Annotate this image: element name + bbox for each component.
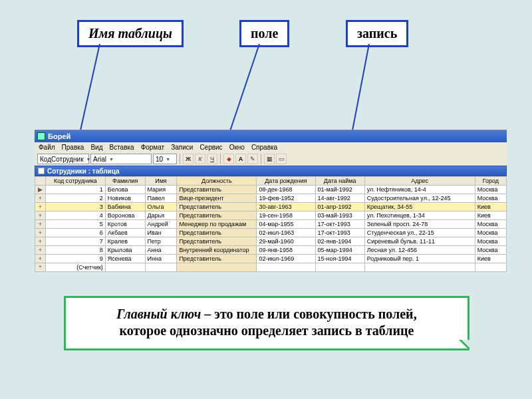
cell-dob[interactable]: 09-янв-1958: [257, 246, 315, 255]
cell-address[interactable]: Студенческая ул., 22-15: [364, 229, 475, 237]
cell-hire[interactable]: 17-окт-1993: [315, 220, 364, 229]
cell-lastname[interactable]: Воронова: [105, 211, 145, 220]
font-combo[interactable]: Arial▼: [90, 154, 152, 164]
cell-address[interactable]: Родниковый пер. 1: [364, 255, 475, 263]
cell-dob[interactable]: 30-авг-1963: [257, 203, 315, 211]
menu-view[interactable]: Вид: [90, 144, 102, 151]
table-row[interactable]: +8КрыловаАннаВнутренний координатор09-ян…: [35, 246, 507, 255]
new-row[interactable]: *(Счетчик): [35, 263, 507, 272]
cell-id[interactable]: (Счетчик): [46, 263, 106, 272]
menu-edit[interactable]: Правка: [62, 144, 84, 151]
field-combo[interactable]: КодСотрудник▼: [37, 154, 89, 164]
cell-firstname[interactable]: Ольга: [145, 203, 177, 211]
cell-city[interactable]: Москва: [475, 194, 506, 203]
row-selector[interactable]: +: [35, 255, 46, 263]
italic-button[interactable]: К: [195, 154, 205, 164]
cell-lastname[interactable]: Акбаев: [105, 229, 145, 237]
cell-city[interactable]: Москва: [475, 237, 506, 246]
cell-lastname[interactable]: Белова: [105, 186, 145, 194]
cell-lastname[interactable]: Бабкина: [105, 203, 145, 211]
cell-city[interactable]: Киев: [475, 211, 506, 220]
col-address[interactable]: Адрес: [364, 177, 475, 186]
cell-id[interactable]: 7: [46, 237, 106, 246]
cell-hire[interactable]: 14-авг-1992: [315, 194, 364, 203]
menubar[interactable]: Файл Правка Вид Вставка Формат Записи Се…: [35, 142, 507, 152]
size-combo[interactable]: 10▼: [153, 154, 177, 164]
cell-id[interactable]: 5: [46, 220, 106, 229]
cell-id[interactable]: 2: [46, 194, 106, 203]
row-selector[interactable]: +: [35, 246, 46, 255]
cell-firstname[interactable]: Анна: [145, 246, 177, 255]
select-all-cell[interactable]: [35, 177, 46, 186]
cell-id[interactable]: 3: [46, 203, 106, 211]
cell-firstname[interactable]: Андрей: [145, 220, 177, 229]
cell-id[interactable]: 8: [46, 246, 106, 255]
col-dob[interactable]: Дата рождения: [257, 177, 315, 186]
cell-id[interactable]: 1: [46, 186, 106, 194]
cell-lastname[interactable]: Кралев: [105, 237, 145, 246]
cell-city[interactable]: Москва: [475, 229, 506, 237]
menu-help[interactable]: Справка: [251, 144, 277, 151]
fill-color-button[interactable]: ◆: [223, 154, 234, 164]
menu-insert[interactable]: Вставка: [109, 144, 134, 151]
font-color-button[interactable]: A: [235, 154, 246, 164]
cell-hire[interactable]: 15-ноя-1994: [315, 255, 364, 263]
menu-records[interactable]: Записи: [171, 144, 193, 151]
menu-service[interactable]: Сервис: [200, 144, 222, 151]
cell-firstname[interactable]: Инна: [145, 255, 177, 263]
col-hire[interactable]: Дата найма: [315, 177, 364, 186]
col-lastname[interactable]: Фамилия: [105, 177, 145, 186]
cell-dob[interactable]: 29-май-1960: [257, 237, 315, 246]
datasheet-grid[interactable]: Код сотрудника Фамилия Имя Должность Дат…: [35, 176, 507, 272]
table-row[interactable]: ▶1БеловаМарияПредставитель08-дек-196801-…: [35, 186, 507, 194]
cell-hire[interactable]: 05-мар-1994: [315, 246, 364, 255]
cell-hire[interactable]: 03-май-1993: [315, 211, 364, 220]
cell-hire[interactable]: 01-май-1992: [315, 186, 364, 194]
cell-lastname[interactable]: Новиков: [105, 194, 145, 203]
cell-city[interactable]: Киев: [475, 203, 506, 211]
col-id[interactable]: Код сотрудника: [46, 177, 106, 186]
menu-file[interactable]: Файл: [39, 144, 55, 151]
table-row[interactable]: +7КралевПетрПредставитель29-май-196002-я…: [35, 237, 507, 246]
cell-id[interactable]: 9: [46, 255, 106, 263]
cell-dob[interactable]: 19-фев-1952: [257, 194, 315, 203]
cell-city[interactable]: Москва: [475, 246, 506, 255]
cell-hire[interactable]: 17-окт-1993: [315, 229, 364, 237]
cell-lastname[interactable]: Кротов: [105, 220, 145, 229]
cell-position[interactable]: Внутренний координатор: [177, 246, 257, 255]
row-selector[interactable]: +: [35, 203, 46, 211]
cell-id[interactable]: 6: [46, 229, 106, 237]
cell-id[interactable]: 4: [46, 211, 106, 220]
col-city[interactable]: Город: [475, 177, 506, 186]
cell-address[interactable]: Зеленый просп. 24-78: [364, 220, 475, 229]
row-selector[interactable]: +: [35, 220, 46, 229]
cell-position[interactable]: Представитель: [177, 211, 257, 220]
cell-position[interactable]: Представитель: [177, 255, 257, 263]
cell-position[interactable]: Представитель: [177, 203, 257, 211]
cell-firstname[interactable]: Иван: [145, 229, 177, 237]
cell-hire[interactable]: 02-янв-1994: [315, 237, 364, 246]
table-row[interactable]: +6АкбаевИванПредставитель02-июл-196317-о…: [35, 229, 507, 237]
row-selector[interactable]: *: [35, 263, 46, 272]
cell-address[interactable]: Крещатик, 34-55: [364, 203, 475, 211]
cell-position[interactable]: Представитель: [177, 229, 257, 237]
line-color-button[interactable]: ✎: [247, 154, 258, 164]
menu-window[interactable]: Окно: [229, 144, 245, 151]
row-selector[interactable]: +: [35, 237, 46, 246]
cell-city[interactable]: Москва: [475, 186, 506, 194]
col-position[interactable]: Должность: [177, 177, 257, 186]
row-selector[interactable]: +: [35, 211, 46, 220]
cell-address[interactable]: Лесная ул. 12-456: [364, 246, 475, 255]
cell-address[interactable]: Сиреневый бульв. 11-11: [364, 237, 475, 246]
cell-address[interactable]: Судостроительная ул., 12-245: [364, 194, 475, 203]
table-row[interactable]: +2НовиковПавелВице-президент19-фев-19521…: [35, 194, 507, 203]
col-firstname[interactable]: Имя: [145, 177, 177, 186]
cell-position[interactable]: Менеджер по продажам: [177, 220, 257, 229]
table-row[interactable]: +9ЯсеневаИннаПредставитель02-июл-196915-…: [35, 255, 507, 263]
table-row[interactable]: +4ВороноваДарьяПредставитель19-сен-19580…: [35, 211, 507, 220]
cell-position[interactable]: Представитель: [177, 186, 257, 194]
underline-button[interactable]: Ч: [207, 154, 217, 164]
cell-address[interactable]: ул. Пехотинцев, 1-34: [364, 211, 475, 220]
cell-firstname[interactable]: Павел: [145, 194, 177, 203]
cell-hire[interactable]: 01-апр-1992: [315, 203, 364, 211]
